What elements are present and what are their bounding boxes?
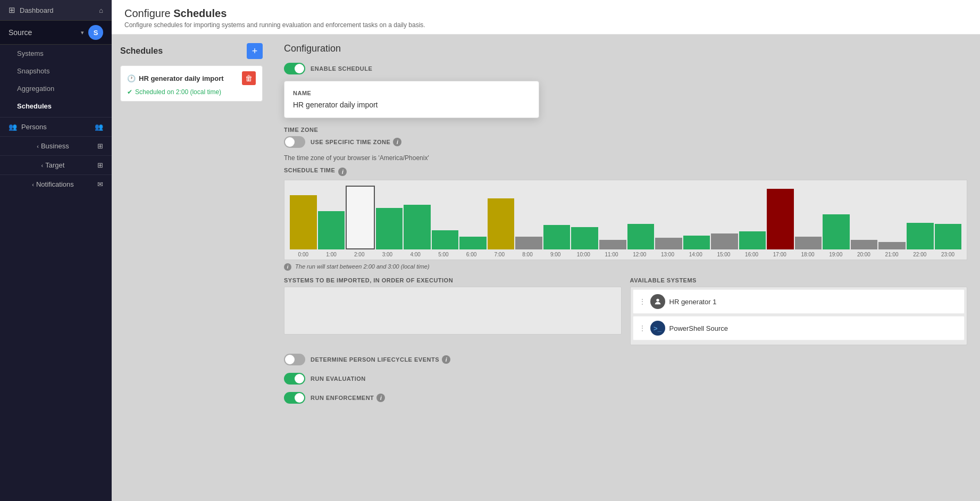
persons-icon: 👥: [9, 123, 17, 131]
chart-labels: 0:001:002:003:004:005:006:007:008:009:00…: [290, 252, 961, 257]
business-nav-icon: ⊞: [97, 142, 103, 150]
chart-bar-2:00[interactable]: [346, 186, 375, 249]
chart-bar-20:00[interactable]: [851, 186, 878, 249]
chart-bar-3:00[interactable]: [376, 186, 403, 249]
drag-handle-icon: ⋮: [639, 324, 646, 332]
source-section[interactable]: Source ▾ S: [0, 21, 112, 45]
chart-bar-15:00[interactable]: [711, 186, 738, 249]
sidebar-item-snapshots[interactable]: Snapshots: [0, 62, 112, 80]
run-evaluation-toggle[interactable]: [284, 373, 305, 385]
chart-bar-6:00[interactable]: [459, 186, 487, 249]
schedule-card-title: HR generator daily import: [139, 74, 242, 82]
chart-bar-4:00[interactable]: [404, 186, 431, 249]
available-system-item-1[interactable]: ⋮>_PowerShell Source: [633, 316, 965, 340]
page-header: Configure Schedules Configure schedules …: [112, 0, 980, 35]
chart-bar-0:00[interactable]: [290, 186, 317, 249]
chart-label-8:00: 8:00: [514, 252, 541, 257]
chart-label-4:00: 4:00: [402, 252, 429, 257]
chart-bar-23:00[interactable]: [935, 186, 962, 249]
enable-schedule-label: ENABLE SCHEDULE: [311, 65, 372, 72]
chart-label-10:00: 10:00: [570, 252, 597, 257]
sidebar-item-systems[interactable]: Systems: [0, 45, 112, 62]
drag-handle-icon: ⋮: [639, 297, 646, 306]
system-name-1: PowerShell Source: [669, 324, 728, 332]
lifecycle-info-icon[interactable]: i: [442, 355, 450, 364]
home-icon: ⌂: [99, 6, 103, 14]
page-title: Configure Schedules: [124, 7, 967, 20]
available-systems-label: AVAILABLE SYSTEMS: [630, 277, 968, 283]
schedule-card[interactable]: 🕐 HR generator daily import 🗑 ✔ Schedule…: [120, 65, 263, 102]
add-schedule-button[interactable]: +: [247, 43, 263, 59]
name-popup: NAME: [284, 81, 539, 118]
target-chevron-icon: ‹: [41, 162, 44, 169]
chart-label-15:00: 15:00: [710, 252, 738, 257]
chart-label-20:00: 20:00: [850, 252, 877, 257]
use-specific-tz-toggle[interactable]: [284, 136, 305, 148]
chart-bar-5:00[interactable]: [432, 186, 459, 249]
chart-label-11:00: 11:00: [598, 252, 625, 257]
run-evaluation-row: RUN EVALUATION: [284, 373, 967, 385]
source-avatar: S: [88, 25, 103, 40]
chart-bars: [290, 186, 961, 249]
schedule-time-info-icon[interactable]: i: [338, 168, 347, 176]
chart-bar-16:00[interactable]: [739, 186, 766, 249]
systems-import-box: SYSTEMS TO BE IMPORTED, IN ORDER OF EXEC…: [284, 277, 622, 345]
chart-label-17:00: 17:00: [766, 252, 793, 257]
determine-lifecycle-toggle[interactable]: [284, 354, 305, 365]
check-icon: ✔: [127, 88, 132, 96]
chart-bar-11:00[interactable]: [599, 186, 626, 249]
chart-bar-9:00[interactable]: [543, 186, 571, 249]
schedules-header: Schedules +: [120, 43, 263, 59]
name-input[interactable]: [293, 101, 530, 109]
chart-label-13:00: 13:00: [654, 252, 681, 257]
run-enforcement-toggle[interactable]: [284, 392, 305, 404]
chart-bar-18:00[interactable]: [795, 186, 822, 249]
chart-label-2:00: 2:00: [346, 252, 373, 257]
enforcement-info-icon[interactable]: i: [376, 394, 385, 402]
sidebar-item-schedules[interactable]: Schedules: [0, 97, 112, 115]
available-systems-box: AVAILABLE SYSTEMS ⋮HR generator 1⋮>_Powe…: [630, 277, 968, 345]
available-system-item-0[interactable]: ⋮HR generator 1: [633, 289, 965, 314]
chart-bar-10:00[interactable]: [571, 186, 598, 249]
notifications-nav-icon: ✉: [97, 180, 103, 188]
schedule-time-label: SCHEDULE TIME: [284, 167, 335, 173]
content-area: Schedules + 🕐 HR generator daily import …: [112, 35, 980, 501]
schedule-card-subtitle: ✔ Scheduled on 2:00 (local time): [127, 88, 256, 96]
sidebar-item-persons[interactable]: 👥 Persons 👥: [0, 117, 112, 136]
schedules-panel: Schedules + 🕐 HR generator daily import …: [112, 35, 271, 501]
chart-label-19:00: 19:00: [822, 252, 849, 257]
system-avatar-1: >_: [650, 321, 665, 336]
chart-bar-14:00[interactable]: [683, 186, 710, 249]
chart-bar-17:00[interactable]: [767, 186, 794, 249]
chart-bar-12:00[interactable]: [627, 186, 655, 249]
sidebar-item-dashboard[interactable]: ⊞ Dashboard ⌂: [0, 0, 112, 21]
run-evaluation-label: RUN EVALUATION: [311, 375, 366, 382]
chart-bar-13:00[interactable]: [655, 186, 682, 249]
chart-bar-22:00[interactable]: [907, 186, 934, 249]
sidebar-item-target[interactable]: ‹ Target ⊞: [0, 155, 112, 174]
chart-label-3:00: 3:00: [374, 252, 401, 257]
delete-schedule-button[interactable]: 🗑: [242, 71, 256, 85]
schedules-title: Schedules: [120, 46, 163, 56]
schedule-time-section: SCHEDULE TIME i 0:001:002:003:004:005:00…: [284, 167, 967, 271]
config-panel: Configuration ENABLE SCHEDULE NAME TIME …: [271, 35, 980, 501]
enable-schedule-toggle[interactable]: [284, 63, 305, 74]
tz-info-icon[interactable]: i: [393, 138, 401, 146]
chart-bar-1:00[interactable]: [318, 186, 345, 249]
chart-label-18:00: 18:00: [794, 252, 822, 257]
chart-label-21:00: 21:00: [878, 252, 906, 257]
chart-label-7:00: 7:00: [486, 252, 513, 257]
chart-bar-7:00[interactable]: [488, 186, 515, 249]
target-nav-icon: ⊞: [97, 161, 103, 169]
chart-label-6:00: 6:00: [458, 252, 485, 257]
schedule-time-chart[interactable]: 0:001:002:003:004:005:006:007:008:009:00…: [284, 180, 967, 260]
sidebar-item-notifications[interactable]: ‹ Notifications ✉: [0, 174, 112, 194]
chart-note-icon: i: [284, 263, 291, 271]
browser-tz-text: The time zone of your browser is 'Americ…: [284, 154, 967, 162]
sidebar-item-aggregation[interactable]: Aggregation: [0, 80, 112, 97]
chart-bar-21:00[interactable]: [878, 186, 906, 249]
chart-bar-8:00[interactable]: [515, 186, 542, 249]
use-specific-tz-label: USE SPECIFIC TIME ZONE: [311, 139, 390, 145]
chart-bar-19:00[interactable]: [823, 186, 850, 249]
sidebar-item-business[interactable]: ‹ Business ⊞: [0, 136, 112, 155]
